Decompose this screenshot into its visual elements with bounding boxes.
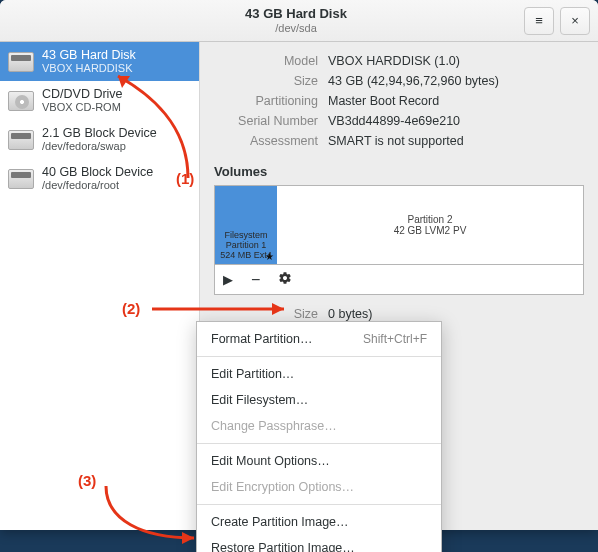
- menu-edit-encryption-options: Edit Encryption Options…: [197, 474, 441, 500]
- sidebar-item-cd-dvd[interactable]: CD/DVD Drive VBOX CD-ROM: [0, 81, 199, 120]
- sidebar-item-block-swap[interactable]: 2.1 GB Block Device /dev/fedora/swap: [0, 120, 199, 159]
- menu-change-passphrase: Change Passphrase…: [197, 413, 441, 439]
- window-title: 43 GB Hard Disk: [74, 7, 518, 21]
- block-device-icon: [8, 169, 34, 189]
- mount-button[interactable]: ▶: [223, 272, 233, 287]
- partition-1-line2: Partition 1: [217, 240, 275, 250]
- volume-diagram: Filesystem Partition 1 524 MB Ext4 ★ Par…: [214, 185, 584, 265]
- menu-label: Edit Mount Options…: [211, 454, 330, 468]
- menu-edit-partition[interactable]: Edit Partition…: [197, 361, 441, 387]
- menu-label: Edit Partition…: [211, 367, 294, 381]
- menu-create-partition-image[interactable]: Create Partition Image…: [197, 509, 441, 535]
- partition-1-line1: Filesystem: [217, 230, 275, 240]
- label-serial: Serial Number: [214, 114, 318, 128]
- sidebar-item-block-root[interactable]: 40 GB Block Device /dev/fedora/root: [0, 159, 199, 198]
- sidebar-item-text: 2.1 GB Block Device /dev/fedora/swap: [42, 126, 157, 153]
- disc-icon: [8, 91, 34, 111]
- menu-edit-mount-options[interactable]: Edit Mount Options…: [197, 448, 441, 474]
- value-model: VBOX HARDDISK (1.0): [328, 54, 584, 68]
- label-model: Model: [214, 54, 318, 68]
- label-part-size: Size: [214, 307, 318, 321]
- sidebar-item-title: CD/DVD Drive: [42, 87, 123, 101]
- value-size: 43 GB (42,94,96,72,960 bytes): [328, 74, 584, 88]
- info-grid: Model VBOX HARDDISK (1.0) Size 43 GB (42…: [214, 54, 584, 148]
- value-serial: VB3dd44899-4e69e210: [328, 114, 584, 128]
- window-subtitle: /dev/sda: [74, 22, 518, 34]
- sidebar-item-sub: /dev/fedora/root: [42, 179, 153, 192]
- sidebar-item-sub: /dev/fedora/swap: [42, 140, 157, 153]
- minus-icon: −: [251, 271, 260, 288]
- sidebar-item-text: 40 GB Block Device /dev/fedora/root: [42, 165, 153, 192]
- sidebar-item-sub: VBOX HARDDISK: [42, 62, 136, 75]
- menu-separator: [197, 504, 441, 505]
- sidebar-item-title: 43 GB Hard Disk: [42, 48, 136, 62]
- hamburger-icon: ≡: [535, 13, 543, 28]
- menu-label: Edit Encryption Options…: [211, 480, 354, 494]
- sidebar-item-hard-disk[interactable]: 43 GB Hard Disk VBOX HARDDISK: [0, 42, 199, 81]
- menu-label: Format Partition…: [211, 332, 312, 346]
- menu-accelerator: Shift+Ctrl+F: [363, 332, 427, 346]
- menu-label: Restore Partition Image…: [211, 541, 355, 552]
- bootable-star-icon: ★: [265, 251, 274, 262]
- sidebar: 43 GB Hard Disk VBOX HARDDISK CD/DVD Dri…: [0, 42, 200, 530]
- partition-2[interactable]: Partition 2 42 GB LVM2 PV: [277, 186, 583, 264]
- menu-label: Change Passphrase…: [211, 419, 337, 433]
- hard-disk-icon: [8, 52, 34, 72]
- value-part-size: 0 bytes): [328, 307, 584, 321]
- value-assessment: SMART is not supported: [328, 134, 584, 148]
- volume-toolbar: ▶ −: [214, 265, 584, 295]
- menu-label: Create Partition Image…: [211, 515, 349, 529]
- sidebar-item-text: CD/DVD Drive VBOX CD-ROM: [42, 87, 123, 114]
- more-actions-button[interactable]: [278, 271, 292, 288]
- menu-restore-partition-image[interactable]: Restore Partition Image…: [197, 535, 441, 552]
- close-button[interactable]: ×: [560, 7, 590, 35]
- block-device-icon: [8, 130, 34, 150]
- menu-label: Edit Filesystem…: [211, 393, 308, 407]
- volumes-heading: Volumes: [214, 164, 584, 179]
- sidebar-item-title: 2.1 GB Block Device: [42, 126, 157, 140]
- svg-marker-2: [182, 532, 194, 544]
- label-size: Size: [214, 74, 318, 88]
- titlebar: 43 GB Hard Disk /dev/sda ≡ ×: [0, 0, 598, 42]
- menu-format-partition[interactable]: Format Partition… Shift+Ctrl+F: [197, 326, 441, 352]
- close-icon: ×: [571, 13, 579, 28]
- menu-separator: [197, 356, 441, 357]
- gear-icon: [278, 273, 292, 288]
- hamburger-menu-button[interactable]: ≡: [524, 7, 554, 35]
- partition-2-line2: 42 GB LVM2 PV: [394, 225, 467, 236]
- partition-context-menu: Format Partition… Shift+Ctrl+F Edit Part…: [196, 321, 442, 552]
- sidebar-item-sub: VBOX CD-ROM: [42, 101, 123, 114]
- sidebar-item-title: 40 GB Block Device: [42, 165, 153, 179]
- title-center: 43 GB Hard Disk /dev/sda: [74, 7, 518, 33]
- value-partitioning: Master Boot Record: [328, 94, 584, 108]
- menu-edit-filesystem[interactable]: Edit Filesystem…: [197, 387, 441, 413]
- play-icon: ▶: [223, 272, 233, 287]
- label-partitioning: Partitioning: [214, 94, 318, 108]
- partition-1[interactable]: Filesystem Partition 1 524 MB Ext4 ★: [215, 186, 277, 264]
- sidebar-item-text: 43 GB Hard Disk VBOX HARDDISK: [42, 48, 136, 75]
- label-assessment: Assessment: [214, 134, 318, 148]
- menu-separator: [197, 443, 441, 444]
- partition-2-line1: Partition 2: [407, 214, 452, 225]
